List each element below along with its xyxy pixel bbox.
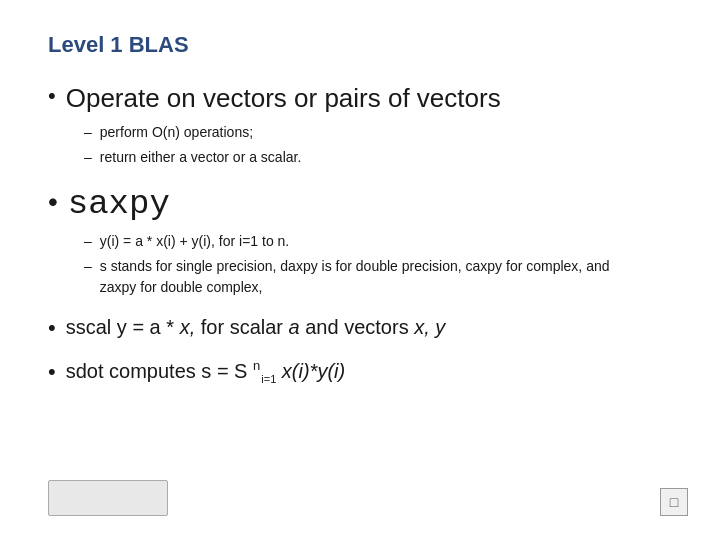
sub-dash-1-1: – xyxy=(84,122,92,143)
bullet-sscal-main: • sscal y = a * x, for scalar a and vect… xyxy=(48,314,672,343)
sub-text-1-2: return either a vector or a scalar. xyxy=(100,147,302,168)
bullet-sdot: • sdot computes s = S ni=1 x(i)*y(i) xyxy=(48,358,672,387)
bullet-sdot-main: • sdot computes s = S ni=1 x(i)*y(i) xyxy=(48,358,672,387)
sub-text-1-1: perform O(n) operations; xyxy=(100,122,253,143)
sub-bullet-1-2: – return either a vector or a scalar. xyxy=(84,147,672,168)
sub-bullet-2-2: – s stands for single precision, daxpy i… xyxy=(84,256,672,298)
bullet-sscal-text: sscal y = a * x, for scalar a and vector… xyxy=(66,314,446,341)
sub-text-2-2: s stands for single precision, daxpy is … xyxy=(100,256,620,298)
bullet-sscal: • sscal y = a * x, for scalar a and vect… xyxy=(48,314,672,343)
bottom-nav-box[interactable] xyxy=(48,480,168,516)
bullet-saxpy-main: • saxpy xyxy=(48,184,672,225)
bullet-vectors: • Operate on vectors or pairs of vectors… xyxy=(48,82,672,168)
bottom-right-icon: □ xyxy=(670,494,678,510)
sub-bullet-2-1: – y(i) = a * x(i) + y(i), for i=1 to n. xyxy=(84,231,672,252)
bullet-dot-1: • xyxy=(48,82,56,111)
slide: Level 1 BLAS • Operate on vectors or pai… xyxy=(0,0,720,540)
bullet-saxpy-subs: – y(i) = a * x(i) + y(i), for i=1 to n. … xyxy=(84,231,672,298)
bullet-sdot-text: sdot computes s = S ni=1 x(i)*y(i) xyxy=(66,358,345,387)
sub-bullet-1-1: – perform O(n) operations; xyxy=(84,122,672,143)
bullet-dot-2: • xyxy=(48,184,58,220)
bullet-vectors-subs: – perform O(n) operations; – return eith… xyxy=(84,122,672,168)
bullet-dot-4: • xyxy=(48,358,56,387)
sub-text-2-1: y(i) = a * x(i) + y(i), for i=1 to n. xyxy=(100,231,289,252)
sub-dash-1-2: – xyxy=(84,147,92,168)
bullet-saxpy: • saxpy – y(i) = a * x(i) + y(i), for i=… xyxy=(48,184,672,298)
slide-title: Level 1 BLAS xyxy=(48,32,672,58)
bottom-right-box: □ xyxy=(660,488,688,516)
bullet-dot-3: • xyxy=(48,314,56,343)
bullet-saxpy-text: saxpy xyxy=(68,184,170,225)
sub-dash-2-1: – xyxy=(84,231,92,252)
bullet-vectors-main: • Operate on vectors or pairs of vectors xyxy=(48,82,672,116)
bullet-vectors-text: Operate on vectors or pairs of vectors xyxy=(66,82,501,116)
sub-dash-2-2: – xyxy=(84,256,92,277)
